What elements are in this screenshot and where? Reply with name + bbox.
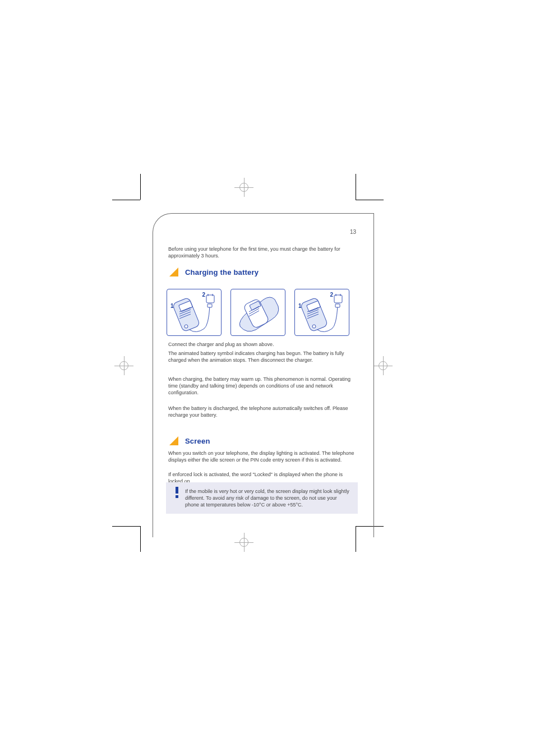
diagram-label: 1 [298,303,302,309]
section1-body4: When the battery is discharged, the tele… [168,405,358,418]
diagram-row: 1 2 [167,289,349,336]
registration-mark-left [114,356,133,375]
triangle-bullet-icon [168,435,179,446]
section2-body1: When you switch on your telephone, the d… [168,450,358,463]
registration-mark-right [373,356,393,375]
section-title-screen: Screen [185,437,210,445]
diagram-label: 2 [202,292,205,298]
triangle-bullet-icon [168,266,179,278]
section1-body2: The animated battery symbol indicates ch… [168,350,358,363]
registration-mark-top [234,178,253,197]
diagram-label: 2 [330,292,333,298]
diagram-phone-cradle [230,289,285,336]
exclamation-icon [173,487,181,500]
svg-point-17 [312,325,316,328]
section1-intro: Before using your telephone for the firs… [168,246,358,259]
section-header-charging: Charging the battery [168,266,259,278]
section1-body3: When charging, the battery may warm up. … [168,376,358,396]
diagram-phone-charger-1: 1 2 [167,289,222,336]
diagram-label: 1 [170,303,174,309]
svg-point-1 [185,325,188,328]
print-sheet: 13 Charging the battery Before using you… [0,0,535,756]
section1-body1: Connect the charger and plug as shown ab… [168,341,358,348]
svg-rect-26 [335,304,340,307]
page-number: 13 [350,228,356,236]
svg-rect-7 [206,295,214,303]
section-header-screen: Screen [168,435,210,446]
alert-text: If the mobile is very hot or very cold, … [185,488,349,508]
svg-rect-10 [207,304,212,307]
alert-box: If the mobile is very hot or very cold, … [166,482,358,514]
diagram-phone-charger-2: 1 2 [294,289,349,336]
svg-rect-23 [334,295,342,303]
section-title-charging: Charging the battery [185,268,259,276]
